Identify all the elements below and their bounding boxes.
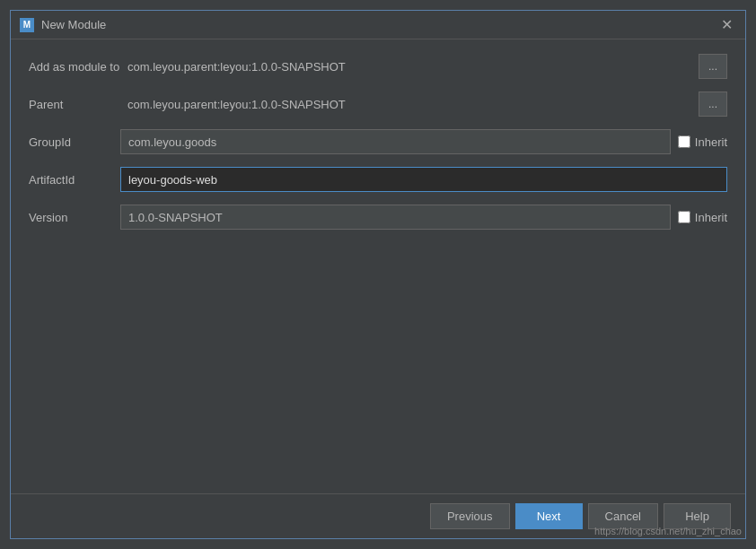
next-button[interactable]: Next — [515, 503, 583, 529]
version-input-wrapper: Inherit — [120, 205, 727, 230]
add-as-module-btn[interactable]: ... — [699, 54, 727, 79]
version-input[interactable] — [120, 205, 671, 230]
module-icon: M — [20, 18, 34, 32]
groupid-inherit-label: Inherit — [695, 135, 727, 149]
title-bar: M New Module ✕ — [11, 11, 745, 39]
groupid-input[interactable] — [120, 129, 671, 154]
groupid-inherit-checkbox[interactable] — [678, 135, 690, 148]
version-label: Version — [29, 211, 110, 224]
groupid-inherit: Inherit — [678, 135, 727, 149]
parent-value: com.leyou.parent:leyou:1.0.0-SNAPSHOT — [127, 98, 691, 111]
version-inherit: Inherit — [678, 211, 727, 224]
groupid-label: GroupId — [29, 135, 110, 149]
artifactid-row: ArtifactId — [29, 167, 727, 192]
parent-btn[interactable]: ... — [699, 92, 727, 117]
groupid-input-wrapper: Inherit — [120, 129, 727, 154]
artifactid-label: ArtifactId — [29, 173, 110, 187]
version-inherit-label: Inherit — [695, 211, 727, 224]
title-bar-left: M New Module — [20, 18, 106, 32]
artifactid-input[interactable] — [120, 167, 727, 192]
version-inherit-checkbox[interactable] — [678, 211, 690, 223]
version-row: Version Inherit — [29, 205, 727, 230]
artifactid-input-wrapper — [120, 167, 727, 192]
close-button[interactable]: ✕ — [717, 18, 736, 32]
new-module-dialog: M New Module ✕ Add as module to com.leyo… — [10, 10, 746, 539]
dialog-body: Add as module to com.leyou.parent:leyou:… — [11, 39, 745, 493]
add-as-module-label: Add as module to — [29, 60, 127, 74]
parent-row: Parent com.leyou.parent:leyou:1.0.0-SNAP… — [29, 92, 727, 117]
parent-label: Parent — [29, 98, 127, 111]
previous-button[interactable]: Previous — [430, 503, 510, 529]
dialog-title: New Module — [41, 18, 106, 31]
add-as-module-value: com.leyou.parent:leyou:1.0.0-SNAPSHOT — [127, 60, 691, 74]
groupid-row: GroupId Inherit — [29, 129, 727, 154]
add-as-module-row: Add as module to com.leyou.parent:leyou:… — [29, 54, 727, 79]
watermark: https://blog.csdn.net/hu_zhi_chao — [591, 524, 745, 538]
